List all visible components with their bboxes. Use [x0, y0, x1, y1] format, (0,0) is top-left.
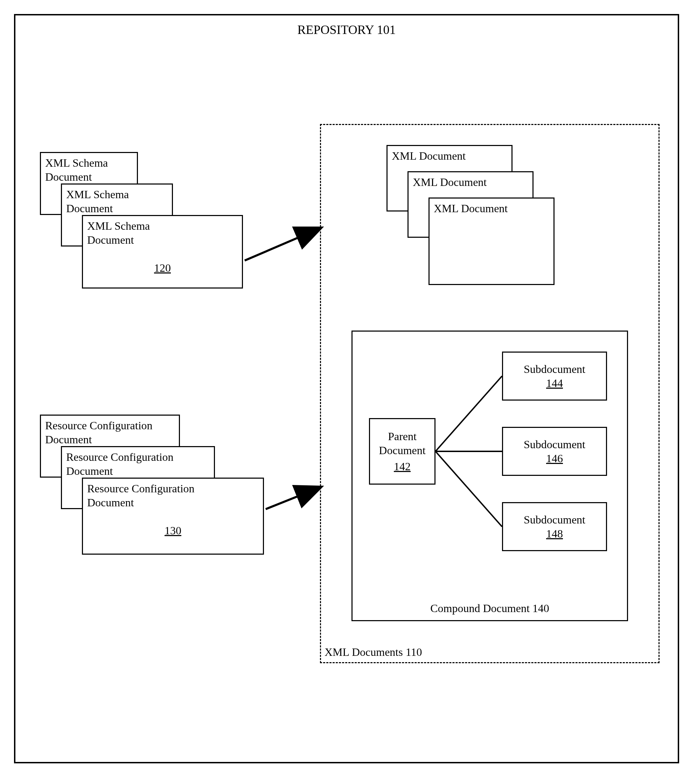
resconf-number: 130: [164, 524, 181, 537]
parent-document: Parent Document 142: [369, 418, 436, 484]
subdocument-1: Subdocument 144: [502, 352, 607, 400]
xml-card-2-label: XML Document: [413, 175, 528, 189]
schema-card-2-label: XML Schema Document: [66, 187, 147, 215]
schema-card-1-label: XML Schema Document: [45, 156, 126, 184]
compound-caption: Compound Document 140: [353, 601, 627, 615]
subdocument-3-num: 148: [546, 527, 563, 541]
arrow-resconf-to-xmldocs: [266, 488, 318, 509]
resconf-card-3: Resource Configuration Document 130: [82, 478, 264, 555]
schema-number: 120: [154, 262, 171, 274]
subdocument-1-label: Subdocument: [524, 362, 585, 376]
resconf-card-2-label: Resource Configuration Document: [66, 450, 192, 478]
parent-document-num: 142: [394, 460, 411, 473]
subdocument-3: Subdocument 148: [502, 502, 607, 551]
schema-card-3-label: XML Schema Document: [87, 219, 168, 247]
xml-card-3-label: XML Document: [434, 201, 549, 215]
subdocument-2: Subdocument 146: [502, 427, 607, 476]
resconf-card-3-label: Resource Configuration Document: [87, 481, 213, 509]
repository-title: REPOSITORY 101: [297, 22, 396, 37]
subdocument-2-label: Subdocument: [524, 437, 585, 451]
subdocument-3-label: Subdocument: [524, 512, 585, 527]
subdocument-2-num: 146: [546, 451, 563, 465]
xml-card-1-label: XML Document: [392, 149, 507, 163]
xml-card-3: XML Document: [429, 198, 554, 285]
schema-card-3: XML Schema Document 120: [82, 215, 243, 288]
parent-document-label: Parent Document: [374, 429, 430, 457]
repository-frame: REPOSITORY 101 XML Schema Document XML S…: [14, 14, 679, 763]
xml-documents-group-label: XML Documents 110: [324, 646, 422, 659]
subdocument-1-num: 144: [546, 376, 563, 390]
resconf-card-1-label: Resource Configuration Document: [45, 418, 171, 446]
arrow-schema-to-xmldocs: [245, 229, 318, 260]
